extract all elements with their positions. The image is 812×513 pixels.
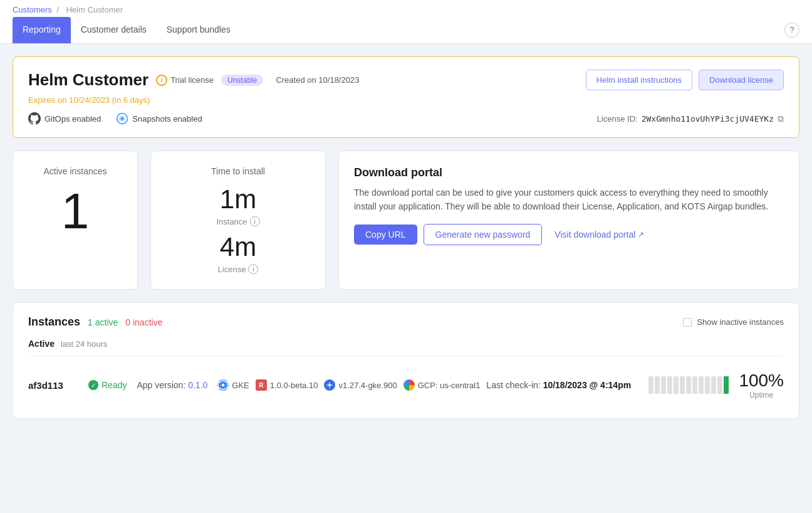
feature-row: GitOps enabled Snapshots enabled License… — [28, 112, 784, 125]
uptime-bar-2 — [655, 376, 660, 394]
download-portal-card: Download portal The download portal can … — [338, 151, 799, 290]
license-id-value: 2WxGmnho11ovUhYPi3cjUV4EYKz — [642, 114, 774, 124]
instance-label: Instance — [216, 217, 247, 226]
k8s-tag: v1.27.4-gke.900 — [324, 379, 397, 391]
replicated-icon: R — [256, 379, 267, 391]
uptime-bar-4 — [667, 376, 672, 394]
uptime-bar-1 — [648, 376, 653, 394]
download-portal-description: The download portal can be used to give … — [354, 186, 784, 214]
download-license-button[interactable]: Download license — [699, 70, 784, 90]
divider — [28, 356, 784, 357]
time-to-install-card: Time to install 1m Instance i 4m License… — [150, 151, 326, 290]
instances-card: Instances 1 active 0 inactive Show inact… — [13, 302, 799, 419]
instance-time: 1m — [216, 186, 259, 213]
generate-password-button[interactable]: Generate new password — [424, 224, 543, 245]
inactive-count-badge: 0 inactive — [125, 317, 162, 327]
version-tag: R 1.0.0-beta.10 — [256, 379, 318, 391]
header-actions: Helm install instructions Download licen… — [586, 70, 784, 90]
copy-license-icon[interactable]: ⧉ — [778, 114, 784, 124]
helm-instructions-button[interactable]: Helm install instructions — [586, 70, 693, 90]
metrics-row: Active instances 1 Time to install 1m In… — [13, 151, 799, 290]
app-version-info: App version: 0.1.0 — [137, 380, 207, 390]
tab-reporting[interactable]: Reporting — [13, 17, 71, 43]
checkin-label: Last check-in: — [486, 380, 540, 390]
gitops-label: GitOps enabled — [44, 114, 101, 124]
snapshots-icon — [116, 112, 128, 125]
status-text: Ready — [102, 380, 127, 390]
status-badge: ✓ Ready — [88, 380, 127, 390]
tab-support-bundles[interactable]: Support bundles — [157, 17, 241, 43]
trial-badge: i Trial license — [156, 75, 214, 86]
active-instances-value: 1 — [28, 186, 122, 236]
kubernetes-icon — [324, 379, 335, 391]
license-id-row: License ID: 2WxGmnho11ovUhYPi3cjUV4EYKz … — [597, 114, 784, 124]
show-inactive-checkbox[interactable] — [683, 318, 692, 327]
uptime-section: 100% Uptime — [648, 371, 784, 399]
gitops-feature: GitOps enabled — [28, 112, 101, 125]
breadcrumb-current: Helm Customer — [66, 5, 123, 14]
tab-customer-details[interactable]: Customer details — [71, 17, 157, 43]
breadcrumb-customers-link[interactable]: Customers — [13, 5, 52, 14]
uptime-bar-11 — [711, 376, 716, 394]
instance-info-icon[interactable]: i — [250, 216, 260, 226]
uptime-bar-9 — [699, 376, 704, 394]
help-icon[interactable]: ? — [784, 23, 799, 38]
status-dot: ✓ — [88, 380, 98, 390]
customer-name: Helm Customer — [28, 70, 148, 90]
uptime-bar-3 — [661, 376, 666, 394]
gke-label: GKE — [232, 381, 249, 390]
portal-actions: Copy URL Generate new password Visit dow… — [354, 224, 784, 245]
last-hours-label: last 24 hours — [61, 339, 107, 349]
svg-point-2 — [121, 117, 124, 120]
uptime-bar-8 — [692, 376, 697, 394]
table-row: af3d113 ✓ Ready App version: 0.1.0 — [28, 364, 784, 406]
external-link-icon: ↗ — [638, 230, 644, 239]
time-to-install-title: Time to install — [166, 166, 310, 176]
uptime-percent: 100% — [739, 371, 784, 391]
tab-bar: Reporting Customer details Support bundl… — [13, 17, 799, 43]
gke-tag: GKE — [217, 379, 249, 391]
checkin-date: 10/18/2023 @ 4:14pm — [543, 380, 632, 390]
tags-row: GKE R 1.0.0-beta.10 — [217, 379, 631, 391]
svg-point-4 — [222, 384, 225, 387]
gcp-tag: GCP: us-central1 — [403, 379, 481, 391]
visit-download-portal-button[interactable]: Visit download portal ↗ — [548, 225, 650, 245]
active-section-label: Active — [28, 339, 55, 349]
license-id-label: License ID: — [597, 114, 638, 124]
instances-title: Instances — [28, 315, 80, 329]
instances-header-right: Show inactive instances — [683, 317, 784, 327]
active-section-header: Active last 24 hours — [28, 339, 784, 349]
trial-icon: i — [156, 75, 167, 86]
github-icon — [28, 112, 41, 125]
snapshots-label: Snapshots enabled — [132, 114, 202, 124]
license-info-icon[interactable]: i — [248, 264, 258, 274]
app-version-link[interactable]: 0.1.0 — [188, 380, 207, 390]
checkin-info: Last check-in: 10/18/2023 @ 4:14pm — [486, 380, 631, 390]
license-label: License — [218, 265, 246, 274]
license-time: 4m — [218, 234, 259, 260]
uptime-bar-6 — [680, 376, 685, 394]
status-check-icon: ✓ — [91, 382, 96, 389]
gcp-label: GCP: us-central1 — [418, 381, 481, 390]
gcp-icon — [403, 379, 415, 391]
svg-point-5 — [328, 384, 331, 386]
created-date: Created on 10/18/2023 — [276, 75, 359, 85]
uptime-bar-5 — [674, 376, 679, 394]
active-instances-title: Active instances — [28, 166, 122, 176]
active-instances-card: Active instances 1 — [13, 151, 138, 290]
k8s-version-label: v1.27.4-gke.900 — [338, 381, 397, 390]
trial-label: Trial license — [170, 75, 214, 85]
download-portal-title: Download portal — [354, 166, 784, 179]
copy-url-button[interactable]: Copy URL — [354, 225, 417, 245]
active-count-badge: 1 active — [88, 317, 118, 327]
uptime-bars — [648, 376, 729, 394]
uptime-bar-10 — [705, 376, 710, 394]
app-version-label: App version: — [137, 380, 185, 390]
uptime-bar-13-active — [724, 376, 729, 394]
expires-text: Expires on 10/24/2023 (in 6 days) — [28, 95, 784, 105]
breadcrumb: Customers / Helm Customer — [13, 0, 799, 14]
version-label: 1.0.0-beta.10 — [270, 381, 318, 390]
uptime-label: Uptime — [739, 391, 784, 399]
gke-icon — [217, 379, 229, 391]
uptime-bar-12 — [717, 376, 722, 394]
